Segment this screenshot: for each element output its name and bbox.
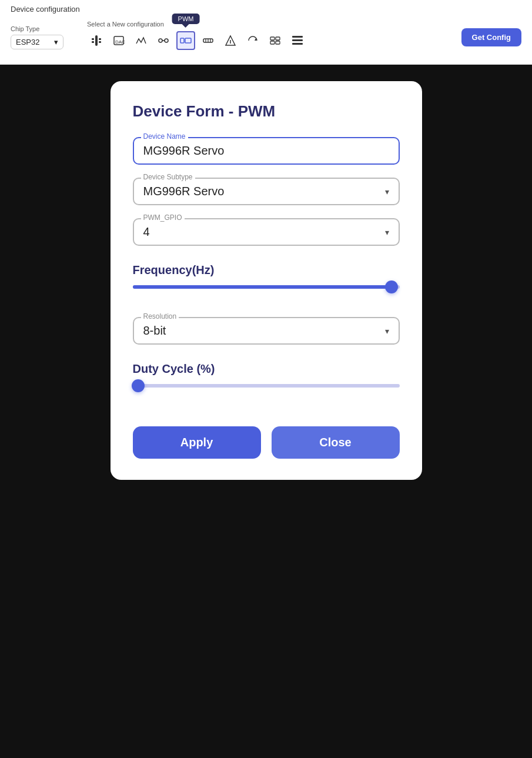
resolution-value: 8-bit (143, 324, 166, 338)
device-form: Device Form - PWM Device Name Device Sub… (111, 81, 422, 480)
duty-cycle-label: Duty Cycle (%) (133, 362, 400, 376)
frequency-section: Frequency(Hz) (133, 259, 400, 300)
config-label: Select a New configuration (87, 21, 164, 28)
svg-text:DAC: DAC (115, 39, 125, 45)
duty-cycle-slider-track[interactable] (133, 384, 400, 388)
svg-rect-0 (95, 35, 98, 46)
i2c-icon[interactable] (154, 31, 173, 50)
config-section: Select a New configuration DAC PWM (87, 21, 307, 50)
svg-rect-2 (99, 38, 101, 40)
chip-type-arrow: ▾ (54, 38, 58, 46)
svg-rect-11 (185, 38, 191, 43)
servo-config-icon[interactable] (243, 31, 262, 50)
svg-rect-19 (276, 37, 280, 40)
device-name-input[interactable] (143, 144, 389, 158)
get-config-button[interactable]: Get Config (461, 28, 521, 46)
apply-button[interactable]: Apply (133, 426, 261, 459)
device-subtype-value: MG996R Servo (143, 185, 225, 198)
resolution-label: Resolution (141, 312, 179, 320)
duty-cycle-slider-thumb[interactable] (132, 379, 145, 392)
top-bar: Device configuration Chip Type ESP32 ▾ S… (0, 0, 532, 65)
duty-cycle-section: Duty Cycle (%) (133, 358, 400, 399)
device-subtype-label: Device Subtype (141, 173, 195, 181)
device-subtype-field: Device Subtype MG996R Servo ▾ (133, 178, 400, 205)
frequency-slider-fill (133, 285, 392, 289)
chip-type-label: Chip Type (11, 25, 63, 32)
device-configuration-title: Device configuration (11, 5, 80, 14)
resolution-select[interactable]: 8-bit ▾ (143, 324, 389, 338)
spi-icon[interactable] (266, 31, 285, 50)
svg-rect-22 (292, 36, 303, 38)
svg-rect-1 (92, 38, 94, 40)
svg-point-8 (165, 39, 168, 42)
svg-rect-21 (276, 41, 280, 44)
svg-rect-24 (292, 43, 303, 45)
button-row: Apply Close (133, 426, 400, 459)
multi-icon[interactable] (288, 31, 307, 50)
gpio-icon[interactable] (87, 31, 106, 50)
pwm-gpio-label: PWM_GPIO (141, 213, 185, 222)
svg-rect-4 (99, 41, 101, 43)
adc-icon[interactable] (132, 31, 150, 50)
resolution-field: Resolution 8-bit ▾ (133, 317, 400, 345)
frequency-slider-thumb[interactable] (385, 281, 398, 293)
pwm-gpio-arrow: ▾ (385, 228, 389, 237)
svg-rect-18 (270, 37, 275, 40)
svg-point-7 (159, 39, 162, 42)
svg-rect-10 (180, 38, 184, 43)
pwm-tooltip: PWM (172, 14, 200, 24)
resolution-arrow: ▾ (385, 326, 389, 336)
device-subtype-select[interactable]: MG996R Servo ▾ (143, 185, 389, 198)
frequency-slider-track[interactable] (133, 285, 400, 289)
device-name-field: Device Name (133, 137, 400, 165)
device-subtype-arrow: ▾ (385, 187, 389, 196)
pwm-gpio-field: PWM_GPIO 4 ▾ (133, 218, 400, 246)
svg-rect-20 (270, 41, 275, 44)
pwm-gpio-select[interactable]: 4 ▾ (143, 225, 389, 239)
close-button[interactable]: Close (272, 426, 400, 459)
chip-type-select[interactable]: ESP32 ▾ (11, 35, 63, 49)
form-title: Device Form - PWM (133, 102, 400, 121)
device-name-label: Device Name (141, 132, 188, 141)
chip-type-value: ESP32 (16, 38, 39, 46)
pwm-icon[interactable]: PWM (176, 31, 195, 50)
pwm-gpio-value: 4 (143, 225, 150, 239)
dac-icon[interactable]: DAC (109, 31, 128, 50)
uart-icon[interactable] (199, 31, 218, 50)
chip-type-section: Chip Type ESP32 ▾ (11, 25, 63, 49)
icon-row: DAC PWM (87, 31, 307, 50)
svg-rect-3 (92, 41, 94, 43)
stepper-icon[interactable] (221, 31, 240, 50)
svg-rect-23 (292, 39, 303, 41)
frequency-label: Frequency(Hz) (133, 263, 400, 277)
